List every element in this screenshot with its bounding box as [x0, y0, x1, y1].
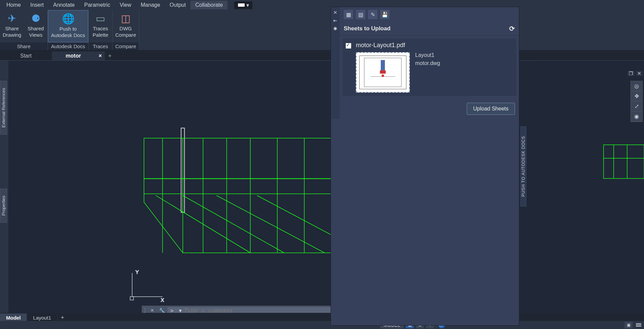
sheets-list: motor-Layout1.pdf: [342, 38, 516, 96]
svg-rect-40: [604, 145, 644, 178]
cmdline-customize-icon[interactable]: 🔧: [156, 308, 167, 313]
sheets-section-header: Sheets to Upload ⟳: [340, 22, 519, 36]
sheet-layout-name: Layout1: [415, 52, 440, 58]
color-dropdown[interactable]: ▾: [234, 1, 252, 9]
edit-sheet-icon[interactable]: ✎: [368, 10, 377, 19]
svg-text:Y: Y: [135, 269, 139, 275]
menu-manage[interactable]: Manage: [136, 1, 165, 9]
menu-collaborate[interactable]: Collaborate: [190, 1, 227, 9]
close-tab-icon[interactable]: ×: [99, 53, 102, 59]
maximize-viewport-icon[interactable]: ▣: [624, 322, 633, 328]
globe-icon: 🌐: [61, 12, 75, 25]
menu-parametric[interactable]: Parametric: [80, 1, 115, 9]
sheet-checkbox[interactable]: [346, 43, 351, 48]
menu-annotate[interactable]: Annotate: [49, 1, 80, 9]
ribbon-group-label-autodesk-docs: Autodesk Docs: [48, 42, 88, 50]
file-tabs: Start motor × +: [0, 51, 644, 61]
status-bar: MODEL ▦ ⊞ ▾ ▣: [0, 321, 644, 329]
compare-icon: ◫: [119, 11, 132, 25]
traces-palette-button[interactable]: ▭ Traces Palette: [89, 10, 112, 42]
svg-line-24: [183, 196, 284, 253]
sheet-source-file: motor.dwg: [415, 60, 440, 66]
layout-tab-model[interactable]: Model: [0, 314, 27, 322]
panel-vertical-label[interactable]: PUSH TO AUTODESK DOCS: [520, 125, 527, 207]
secondary-canvas[interactable]: ❐ ✕ ◎ ✥ ⤢ ◉: [519, 71, 644, 317]
add-layout-tab[interactable]: +: [58, 314, 67, 321]
menu-output[interactable]: Output: [165, 1, 190, 9]
paper-plane-icon: ✈: [5, 11, 19, 25]
refresh-icon[interactable]: ⟳: [509, 25, 515, 33]
menu-home[interactable]: Home: [2, 1, 26, 9]
ribbon-group-label-compare: Compare: [113, 42, 139, 50]
customization-icon[interactable]: [635, 323, 641, 327]
left-panel-rail: External References: [0, 81, 8, 138]
svg-point-48: [381, 74, 384, 77]
svg-line-25: [217, 196, 325, 253]
svg-rect-45: [381, 60, 385, 70]
file-tab-label: motor: [66, 53, 81, 59]
sheet-item[interactable]: motor-Layout1.pdf: [346, 42, 513, 93]
menu-insert[interactable]: Insert: [26, 1, 49, 9]
panel-toolbar: ▦ ▧ ✎ 💾: [340, 7, 519, 22]
panel-control-column: ✕ ⇤ ✱: [331, 7, 340, 119]
dwg-compare-button[interactable]: ◫ DWG Compare: [113, 10, 139, 42]
file-tab-motor[interactable]: motor ×: [52, 52, 105, 60]
save-icon[interactable]: 💾: [380, 10, 390, 19]
ribbon-group-traces: ▭ Traces Palette Traces: [89, 10, 113, 50]
traces-icon: ▭: [94, 11, 107, 25]
add-tab-button[interactable]: +: [105, 52, 115, 60]
ribbon-group-share: ✈ Share Drawing ⚈ Shared Views Share: [0, 10, 48, 50]
push-to-docs-panel: ✕ ⇤ ✱ ▦ ▧ ✎ 💾 Sheets to Upload ⟳ motor-L…: [331, 7, 519, 326]
ribbon-group-compare: ◫ DWG Compare Compare: [113, 10, 139, 50]
share-icon: ⚈: [29, 11, 42, 25]
menu-bar: Home Insert Annotate Parametric View Man…: [0, 0, 644, 10]
sheet-thumbnail[interactable]: [356, 52, 410, 93]
layout-tab-layout1[interactable]: Layout1: [27, 314, 57, 322]
panel-dock-icon[interactable]: ⇤: [333, 18, 337, 23]
file-tab-start[interactable]: Start: [0, 52, 52, 60]
ribbon-group-label-traces: Traces: [89, 42, 112, 50]
left-panel-rail-2: Properties: [0, 189, 8, 226]
ribbon-group-label-share: Share: [0, 42, 48, 50]
add-sheet-icon[interactable]: ▦: [344, 10, 353, 19]
menu-view[interactable]: View: [115, 1, 136, 9]
ribbon: ✈ Share Drawing ⚈ Shared Views Share 🌐 P…: [0, 10, 644, 51]
svg-rect-46: [380, 70, 386, 74]
upload-sheets-button[interactable]: Upload Sheets: [467, 103, 515, 115]
secondary-svg: [519, 71, 644, 306]
sheet-meta: Layout1 motor.dwg: [415, 52, 440, 93]
svg-text:X: X: [161, 297, 164, 303]
sheet-filename: motor-Layout1.pdf: [356, 42, 513, 49]
svg-rect-39: [130, 297, 133, 300]
remove-sheet-icon[interactable]: ▧: [356, 10, 365, 19]
push-to-autodesk-docs-button[interactable]: 🌐 Push to Autodesk Docs: [48, 10, 88, 42]
ribbon-group-autodesk-docs: 🌐 Push to Autodesk Docs Autodesk Docs: [48, 10, 89, 50]
panel-settings-icon[interactable]: ✱: [333, 26, 337, 31]
shared-views-button[interactable]: ⚈ Shared Views: [24, 10, 48, 42]
share-drawing-button[interactable]: ✈ Share Drawing: [0, 10, 24, 42]
external-references-panel-tab[interactable]: External References: [0, 81, 7, 135]
sheets-title: Sheets to Upload: [344, 25, 391, 32]
panel-close-icon[interactable]: ✕: [333, 10, 337, 15]
properties-panel-tab[interactable]: Properties: [0, 189, 7, 223]
